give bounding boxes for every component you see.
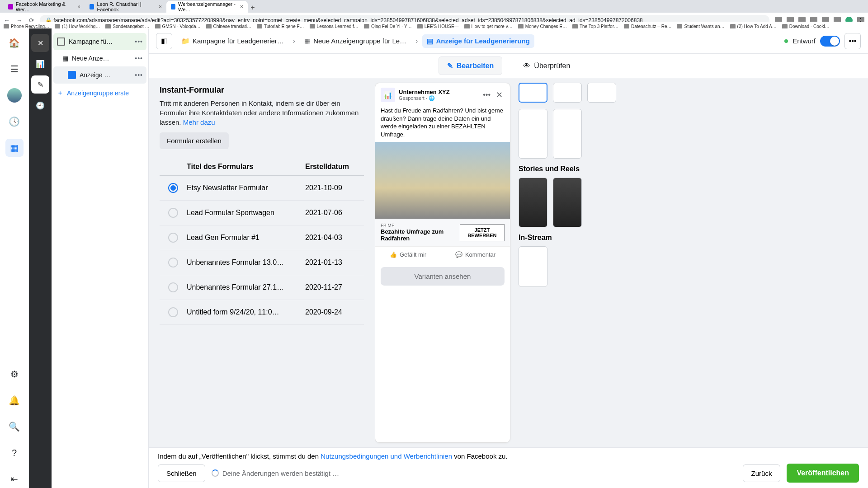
bookmark[interactable]: How to get more v…: [464, 24, 513, 29]
browser-tab[interactable]: Leon R. Chaudhari | Facebook×: [85, 1, 166, 13]
bookmark[interactable]: The Top 3 Platfor…: [572, 24, 618, 29]
bookmark[interactable]: Chinese translati…: [206, 24, 251, 29]
browser-tab-active[interactable]: Werbeanzeigenmanager - We…×: [166, 1, 248, 13]
bookmark[interactable]: (2) How To Add A…: [730, 24, 777, 29]
browser-tab[interactable]: Facebook Marketing & Wer…×: [4, 1, 85, 13]
bookmark[interactable]: Money Changes E…: [518, 24, 567, 29]
close-icon[interactable]: ×: [240, 4, 243, 10]
bookmark[interactable]: Qing Fei De Yi - Y…: [364, 24, 412, 29]
close-icon[interactable]: ×: [159, 4, 162, 10]
bookmark[interactable]: GMSN - Vologda…: [155, 24, 201, 29]
bookmark[interactable]: Tutorial: Eigene F…: [257, 24, 304, 29]
bookmark[interactable]: Sonderangebot …: [105, 24, 149, 29]
bookmark[interactable]: Lessons Learned f…: [310, 24, 359, 29]
bookmark[interactable]: Student Wants an…: [677, 24, 724, 29]
new-tab-button[interactable]: +: [248, 3, 258, 13]
bookmark[interactable]: (1) How Working…: [55, 24, 100, 29]
bookmark[interactable]: Phone Recycling…: [4, 24, 49, 29]
bookmark[interactable]: Datenschutz – Re…: [624, 24, 672, 29]
close-icon[interactable]: ×: [77, 4, 80, 10]
bookmark[interactable]: Download - Cooki…: [782, 24, 830, 29]
bookmark[interactable]: LEE'S HOUSE—: [417, 24, 459, 29]
